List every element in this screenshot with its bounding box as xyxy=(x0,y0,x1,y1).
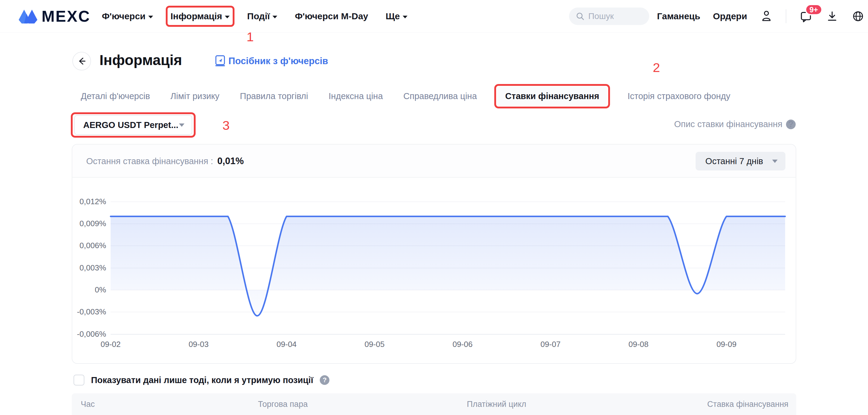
column-header-time: Час xyxy=(81,400,95,409)
tab-index-price[interactable]: Індексна ціна xyxy=(329,91,383,101)
column-header-pair: Торгова пара xyxy=(258,400,308,409)
globe-icon xyxy=(851,10,865,23)
guide-icon xyxy=(215,55,226,67)
main-nav: Ф'ючерси Інформація Події Ф'ючерси M-Day… xyxy=(102,0,407,33)
download-icon xyxy=(826,10,839,23)
search-box[interactable] xyxy=(569,7,649,25)
back-button[interactable] xyxy=(72,52,91,70)
nav-item-information[interactable]: Інформація xyxy=(170,11,230,22)
funding-history-table-header: Час Торгова пара Платіжний цикл Ставка ф… xyxy=(72,393,796,415)
funding-rates-page: MEXC Ф'ючерси Інформація Події Ф'ючерси … xyxy=(0,0,868,415)
chevron-down-icon xyxy=(179,124,184,127)
futures-guide-link[interactable]: Посібник з ф'ючерсів xyxy=(215,55,328,67)
column-header-cycle: Платіжний цикл xyxy=(467,400,526,409)
positions-only-filter: Показувати дані лише тоді, коли я утриму… xyxy=(73,375,330,385)
arrow-left-icon xyxy=(77,56,87,66)
chevron-down-icon xyxy=(225,16,230,19)
top-navigation-bar: MEXC Ф'ючерси Інформація Події Ф'ючерси … xyxy=(0,0,868,33)
notification-badge: 9+ xyxy=(805,4,823,15)
tab-fair-price[interactable]: Справедлива ціна xyxy=(403,91,477,101)
time-range-dropdown[interactable]: Останні 7 днів xyxy=(695,152,785,170)
nav-item-events[interactable]: Події xyxy=(247,11,277,22)
user-icon xyxy=(760,10,773,23)
chevron-down-icon xyxy=(273,16,277,19)
chevron-down-icon xyxy=(148,16,153,19)
nav-item-mday[interactable]: Ф'ючерси M-Day xyxy=(295,11,368,22)
pair-selector-dropdown[interactable]: AERGO USDT Perpet... xyxy=(74,115,192,135)
tab-funding-rates[interactable]: Ставки фінансування xyxy=(497,87,607,106)
column-header-rate: Ставка фінансування xyxy=(707,400,788,409)
topbar-right: Гаманець Ордери 9+ xyxy=(657,0,868,33)
funding-rate-description-link[interactable]: Опис ставки фінансування ? xyxy=(674,119,796,129)
positions-only-checkbox[interactable] xyxy=(73,375,84,385)
language-button[interactable] xyxy=(851,10,865,23)
annotation-number-1: 1 xyxy=(247,30,254,44)
positions-only-label: Показувати дані лише тоді, коли я утриму… xyxy=(91,375,313,385)
info-tabs: Деталі ф'ючерсів Ліміт ризику Правила то… xyxy=(81,85,730,107)
search-input[interactable] xyxy=(588,11,640,21)
help-icon: ? xyxy=(320,375,330,385)
help-icon: ? xyxy=(786,119,796,129)
orders-link[interactable]: Ордери xyxy=(713,11,747,22)
card-header: Остання ставка фінансування : 0,01% Оста… xyxy=(72,144,796,178)
funding-rate-line-chart xyxy=(72,178,797,365)
wallet-link[interactable]: Гаманець xyxy=(657,11,700,22)
nav-item-futures[interactable]: Ф'ючерси xyxy=(102,11,153,22)
download-app-button[interactable] xyxy=(826,10,839,23)
messages-button[interactable]: 9+ xyxy=(799,9,813,23)
divider xyxy=(786,9,786,23)
last-funding-rate: Остання ставка фінансування : 0,01% xyxy=(86,144,244,178)
page-title: Інформація xyxy=(99,52,182,68)
chevron-down-icon xyxy=(772,160,778,163)
nav-item-more[interactable]: Ще xyxy=(386,11,407,22)
mexc-logo-icon xyxy=(19,8,37,25)
chevron-down-icon xyxy=(403,16,407,19)
annotation-number-2: 2 xyxy=(653,60,660,75)
tab-trading-rules[interactable]: Правила торгівлі xyxy=(240,91,308,101)
mexc-logo-text: MEXC xyxy=(41,7,90,25)
funding-rate-card: Остання ставка фінансування : 0,01% Оста… xyxy=(72,144,796,364)
last-funding-rate-value: 0,01% xyxy=(217,156,244,167)
tab-futures-details[interactable]: Деталі ф'ючерсів xyxy=(81,91,150,101)
search-icon xyxy=(576,12,585,21)
account-button[interactable] xyxy=(760,10,773,23)
mexc-logo[interactable]: MEXC xyxy=(19,0,90,33)
tab-risk-limit[interactable]: Ліміт ризику xyxy=(170,91,220,101)
tab-insurance-fund-history[interactable]: Історія страхового фонду xyxy=(627,91,730,101)
annotation-number-3: 3 xyxy=(222,118,230,133)
funding-rate-chart: 0,012%0,009%0,006%0,003%0%-0,003%-0,006%… xyxy=(72,178,797,365)
